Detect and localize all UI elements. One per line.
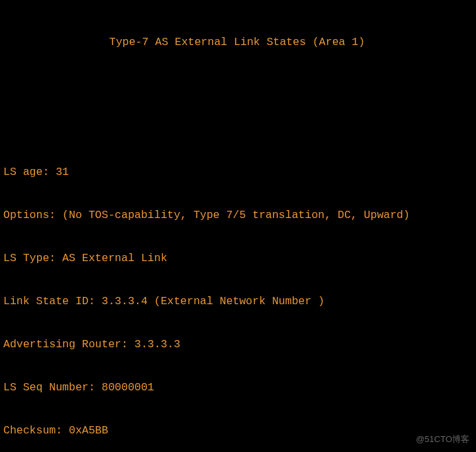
blank-line — [3, 79, 473, 93]
lsa-title: Type-7 AS External Link States (Area 1) — [3, 35, 473, 50]
advertising-router: Advertising Router: 3.3.3.3 — [3, 337, 473, 352]
lsa-entry-1: LS age: 31 Options: (No TOS-capability, … — [3, 136, 473, 452]
ls-type: LS Type: AS External Link — [3, 251, 473, 266]
seq-number: LS Seq Number: 80000001 — [3, 380, 473, 395]
terminal-output: Type-7 AS External Link States (Area 1) … — [0, 0, 476, 452]
checksum: Checksum: 0xA5BB — [3, 424, 473, 438]
options: Options: (No TOS-capability, Type 7/5 tr… — [3, 208, 473, 223]
ls-age: LS age: 31 — [3, 165, 473, 180]
watermark: @51CTO博客 — [416, 432, 469, 447]
link-state-id: Link State ID: 3.3.3.4 (External Network… — [3, 294, 473, 309]
